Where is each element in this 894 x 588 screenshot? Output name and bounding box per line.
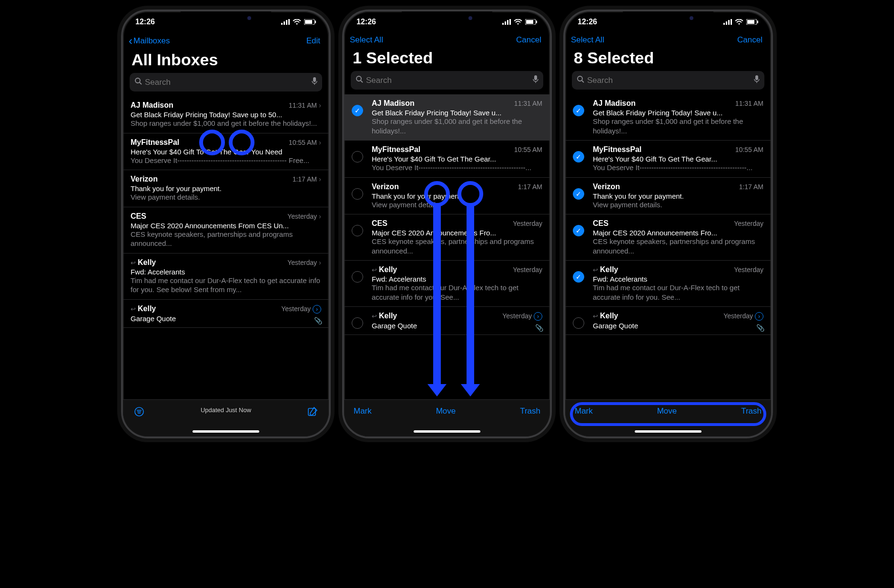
email-subject: Get Black Friday Pricing Today! Save u..…: [372, 109, 542, 117]
wifi-icon: [293, 19, 301, 25]
email-time: Yesterday: [287, 213, 317, 220]
email-row[interactable]: ↩︎Kelly Yesterday › Garage Quote 📎: [344, 307, 550, 335]
search-field[interactable]: [572, 71, 764, 90]
email-list[interactable]: ✓ AJ Madison 11:31 AM Get Black Friday P…: [565, 94, 771, 335]
email-subject: Garage Quote: [372, 322, 542, 330]
email-row[interactable]: ✓ AJ Madison 11:31 AM Get Black Friday P…: [344, 94, 550, 141]
nav-back-button[interactable]: Select All: [350, 35, 383, 45]
email-preview: View payment details.: [131, 193, 321, 202]
move-button[interactable]: Move: [436, 406, 456, 416]
email-sender: Kelly: [138, 304, 278, 313]
mark-button[interactable]: Mark: [575, 406, 593, 416]
email-row[interactable]: ↩︎Kelly Yesterday Fwd: Accelerants Tim h…: [344, 261, 550, 307]
mark-button[interactable]: Mark: [354, 406, 372, 416]
cellular-signal-icon: [502, 19, 511, 25]
select-checkbox[interactable]: ✓: [573, 271, 584, 283]
select-checkbox[interactable]: [352, 188, 363, 200]
email-row[interactable]: Verizon 1:17 AM Thank you for your payme…: [344, 178, 550, 215]
trash-button[interactable]: Trash: [520, 406, 540, 416]
email-row[interactable]: ✓ ↩︎Kelly Yesterday Fwd: Accelerants Tim…: [565, 261, 771, 307]
email-row[interactable]: ✓ CES Yesterday Major CES 2020 Announcem…: [565, 214, 771, 261]
email-row[interactable]: Verizon 1:17 AM › Thank you for your pay…: [123, 170, 329, 207]
nav-right-button[interactable]: Cancel: [737, 35, 762, 45]
email-row[interactable]: ✓ AJ Madison 11:31 AM Get Black Friday P…: [565, 94, 771, 141]
reply-icon: ↩︎: [593, 266, 598, 274]
status-time: 12:26: [578, 18, 597, 26]
email-subject: Get Black Friday Pricing Today! Save up …: [131, 111, 321, 119]
email-time: Yesterday: [734, 220, 763, 227]
nav-back-button[interactable]: Select All: [571, 35, 604, 45]
email-sender: AJ Madison: [372, 99, 511, 108]
search-field[interactable]: [351, 71, 543, 90]
email-sender: Kelly: [379, 265, 510, 274]
svg-rect-19: [507, 20, 508, 25]
svg-rect-36: [757, 20, 758, 23]
select-checkbox[interactable]: [352, 151, 363, 162]
search-icon: [577, 75, 584, 85]
nav-right-button[interactable]: Edit: [306, 36, 320, 46]
email-time: 10:55 AM: [735, 146, 763, 153]
microphone-icon[interactable]: [312, 77, 317, 88]
email-sender: Verizon: [372, 182, 515, 191]
email-row[interactable]: ↩︎Kelly Yesterday › Fwd: Accelerants Tim…: [123, 253, 329, 300]
email-sender: Kelly: [379, 312, 499, 320]
email-list[interactable]: ✓ AJ Madison 11:31 AM Get Black Friday P…: [344, 94, 550, 335]
select-checkbox[interactable]: ✓: [573, 105, 584, 116]
email-sender: MyFitnessPal: [131, 138, 286, 147]
home-indicator[interactable]: [193, 430, 259, 433]
email-row[interactable]: CES Yesterday Major CES 2020 Announcemen…: [344, 214, 550, 261]
svg-rect-10: [313, 77, 316, 82]
nav-back-button[interactable]: ‹Mailboxes: [129, 35, 170, 47]
search-input[interactable]: [366, 76, 533, 85]
svg-rect-2: [286, 20, 287, 25]
email-row[interactable]: ↩︎Kelly Yesterday › Garage Quote 📎: [565, 307, 771, 335]
filter-icon[interactable]: [132, 406, 146, 419]
email-row[interactable]: ✓ MyFitnessPal 10:55 AM Here's Your $40 …: [565, 141, 771, 178]
search-input[interactable]: [145, 78, 312, 87]
svg-rect-20: [509, 19, 511, 25]
battery-icon: [525, 19, 538, 25]
email-row[interactable]: MyFitnessPal 10:55 AM › Here's Your $40 …: [123, 133, 329, 171]
select-checkbox[interactable]: [352, 317, 363, 329]
email-row[interactable]: AJ Madison 11:31 AM › Get Black Friday P…: [123, 96, 329, 133]
select-checkbox[interactable]: ✓: [573, 188, 584, 200]
svg-rect-29: [723, 23, 725, 25]
select-checkbox[interactable]: ✓: [573, 225, 584, 236]
email-list[interactable]: AJ Madison 11:31 AM › Get Black Friday P…: [123, 96, 329, 328]
chevron-right-icon: ›: [319, 101, 321, 109]
thread-indicator-icon: ›: [755, 312, 763, 321]
email-time: Yesterday: [723, 312, 753, 320]
chevron-back-icon[interactable]: ‹: [129, 35, 132, 47]
email-time: 11:31 AM: [514, 100, 542, 107]
select-checkbox[interactable]: [573, 317, 584, 329]
email-preview: Tim had me contact our Dur-A-Flex tech t…: [372, 283, 542, 302]
email-row[interactable]: MyFitnessPal 10:55 AM Here's Your $40 Gi…: [344, 141, 550, 178]
select-checkbox[interactable]: [352, 271, 363, 283]
trash-button[interactable]: Trash: [741, 406, 762, 416]
nav-right-button[interactable]: Cancel: [516, 35, 541, 45]
email-preview: Tim had me contact our Dur-A-Flex tech t…: [131, 276, 321, 294]
select-checkbox[interactable]: ✓: [573, 151, 584, 162]
home-indicator[interactable]: [635, 430, 701, 433]
select-checkbox[interactable]: ✓: [352, 105, 363, 116]
home-indicator[interactable]: [414, 430, 480, 433]
svg-point-25: [356, 76, 361, 81]
email-preview: View payment details.: [372, 200, 542, 210]
select-checkbox[interactable]: [352, 225, 363, 236]
email-row[interactable]: ✓ Verizon 1:17 AM Thank you for your pay…: [565, 178, 771, 215]
microphone-icon[interactable]: [754, 75, 760, 86]
microphone-icon[interactable]: [533, 75, 538, 86]
email-row[interactable]: ↩︎Kelly Yesterday › Garage Quote 📎: [123, 300, 329, 328]
notch: [623, 11, 713, 25]
email-time: 10:55 AM: [289, 139, 317, 146]
notch: [181, 11, 271, 25]
svg-point-37: [578, 76, 582, 81]
search-input[interactable]: [587, 76, 754, 85]
email-preview: CES keynote speakers, partnerships and p…: [372, 237, 542, 255]
move-button[interactable]: Move: [657, 406, 677, 416]
email-row[interactable]: CES Yesterday › Major CES 2020 Announcem…: [123, 207, 329, 253]
search-field[interactable]: [130, 73, 322, 91]
wifi-icon: [735, 19, 743, 25]
compose-icon[interactable]: [306, 406, 319, 419]
svg-rect-3: [288, 19, 290, 25]
